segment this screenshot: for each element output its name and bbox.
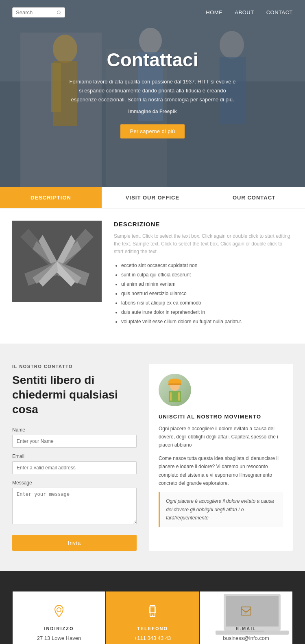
list-item: eccetto sint occaecat cupidatat non xyxy=(121,262,293,269)
email-input[interactable] xyxy=(12,461,137,474)
footer: INDIRIZZO 27 13 Lowe Haven TELEFONO +111… xyxy=(0,571,305,644)
message-input[interactable] xyxy=(12,488,137,524)
svg-point-25 xyxy=(152,614,153,616)
name-input[interactable] xyxy=(12,435,137,448)
description-image xyxy=(12,221,102,302)
tab-description[interactable]: DESCRIPTION xyxy=(0,187,102,208)
list-item: quis nostrud esercizio ullamco xyxy=(121,290,293,297)
description-section: DESCRIZIONE Sample text. Click to select… xyxy=(0,208,305,344)
quote-block: Ogni piacere è accogliere il dolore evit… xyxy=(159,492,283,527)
address-card-title: INDIRIZZO xyxy=(21,626,97,631)
description-list: eccetto sint occaecat cupidatat non sunt… xyxy=(114,262,293,325)
description-heading: DESCRIZIONE xyxy=(114,221,293,228)
nav-home[interactable]: HOME xyxy=(206,9,222,15)
hero-button[interactable]: Per saperne di più xyxy=(120,124,185,138)
svg-point-12 xyxy=(57,11,61,14)
footer-card-phone: TELEFONO +111 343 43 43 xyxy=(106,591,199,644)
tab-visit-office[interactable]: VISIT OUR OFFICE xyxy=(102,187,203,208)
name-form-group: Name xyxy=(12,427,137,448)
message-label: Message xyxy=(12,480,137,486)
contact-info-para1: Ogni piacere è accogliere il dolore evit… xyxy=(159,425,283,449)
hero-title: Contattaci xyxy=(67,49,238,71)
list-item: laboris nisi ut aliquip ex ea commodo xyxy=(121,299,293,307)
movement-title: UNISCITI AL NOSTRO MOVIMENTO xyxy=(159,414,283,420)
contact-section: IL NOSTRO CONTATTO Sentiti libero di chi… xyxy=(0,344,305,571)
email-label: Email xyxy=(12,453,137,459)
svg-point-21 xyxy=(57,608,61,612)
list-item: duis aute irure dolor in reprehenderit i… xyxy=(121,309,293,316)
contact-info-para2: Come nasce tutta questa idea sbagliata d… xyxy=(159,454,283,488)
phone-icon xyxy=(114,604,191,621)
svg-rect-20 xyxy=(178,392,180,401)
footer-card-address: INDIRIZZO 27 13 Lowe Haven xyxy=(13,591,105,644)
hero-description: Forniamo lavoro di alta qualità con pass… xyxy=(67,77,238,104)
search-input[interactable] xyxy=(16,9,54,15)
tabs-bar: DESCRIPTION VISIT OUR OFFICE OUR CONTACT xyxy=(0,187,305,208)
svg-line-13 xyxy=(60,13,61,14)
name-label: Name xyxy=(12,427,137,433)
svg-rect-32 xyxy=(240,631,264,632)
description-sample-text: Sample text. Click to select the text bo… xyxy=(114,232,293,256)
hero-credit: Immagine da Freepik xyxy=(67,107,238,116)
svg-rect-18 xyxy=(168,383,181,385)
contact-info-column: UNISCITI AL NOSTRO MOVIMENTO Ogni piacer… xyxy=(149,364,293,551)
list-item: voluptate velit esse cillum dolore eu fu… xyxy=(121,318,293,325)
phone-card-value: +111 343 43 43 xyxy=(114,635,191,641)
location-icon xyxy=(21,604,97,621)
search-icon xyxy=(57,10,61,15)
message-form-group: Message xyxy=(12,480,137,526)
tab-our-contact[interactable]: OUR CONTACT xyxy=(203,187,305,208)
laptop-decoration xyxy=(216,590,289,636)
email-form-group: Email xyxy=(12,453,137,474)
contact-heading: Sentiti libero di chiedermi qualsiasi co… xyxy=(12,373,137,417)
submit-button[interactable]: Invia xyxy=(12,535,137,551)
nav-contact[interactable]: CONTACT xyxy=(266,9,293,15)
description-content: DESCRIZIONE Sample text. Click to select… xyxy=(114,221,293,327)
avatar xyxy=(159,374,191,406)
contact-sub-label: IL NOSTRO CONTATTO xyxy=(12,364,137,369)
address-card-value: 27 13 Lowe Haven xyxy=(21,635,97,641)
list-item: sunt in culpa qui officia deserunt xyxy=(121,271,293,278)
nav-links: HOME ABOUT CONTACT xyxy=(206,9,293,15)
tabs-section: DESCRIPTION VISIT OUR OFFICE OUR CONTACT xyxy=(0,187,305,208)
svg-rect-30 xyxy=(226,596,279,626)
quote-text: Ogni piacere è accogliere il dolore evit… xyxy=(166,497,277,522)
list-item: ut enim ad minim veniam xyxy=(121,280,293,288)
nav-about[interactable]: ABOUT xyxy=(235,9,254,15)
contact-form-column: IL NOSTRO CONTATTO Sentiti libero di chi… xyxy=(12,364,137,551)
phone-card-title: TELEFONO xyxy=(114,626,191,631)
search-box[interactable] xyxy=(12,7,65,18)
svg-rect-19 xyxy=(170,392,172,401)
